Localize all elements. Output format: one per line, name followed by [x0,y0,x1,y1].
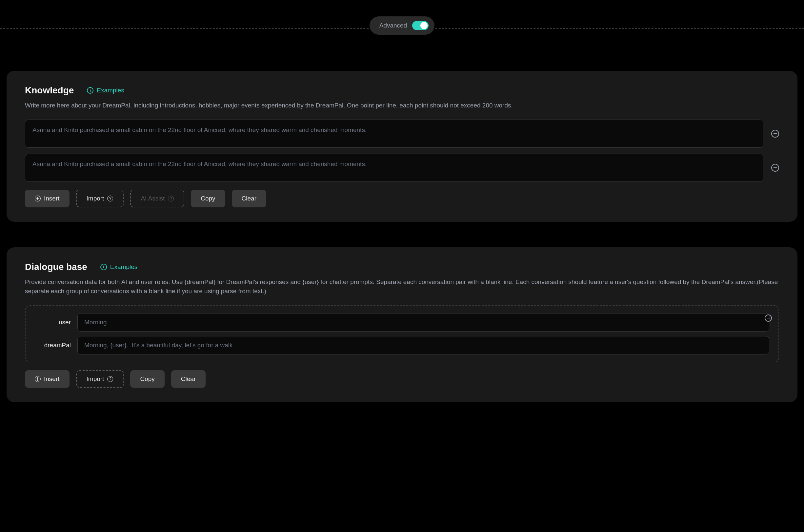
info-icon: i [87,87,93,94]
dialogue-insert-button[interactable]: Insert [25,370,70,388]
dialogue-copy-button[interactable]: Copy [130,370,164,388]
examples-label: Examples [110,263,138,271]
knowledge-button-row: Insert Import ? AI Assist ? Copy Clear [25,190,779,207]
knowledge-copy-button[interactable]: Copy [191,190,225,207]
help-circle-icon: ? [107,195,113,202]
clear-label: Clear [181,375,196,383]
toggle-knob [420,22,427,29]
dreampal-role-label: dreamPal [35,342,71,349]
remove-knowledge-item-button[interactable] [771,130,779,138]
dialogue-pair-container: user dreamPal [25,305,779,362]
knowledge-input-row [25,119,779,148]
remove-dialogue-pair-button[interactable] [765,315,772,322]
plus-circle-icon [35,376,41,382]
knowledge-input-0[interactable] [25,119,763,148]
help-circle-icon: ? [107,376,113,382]
advanced-toggle-pill: Advanced [369,16,435,35]
dialogue-user-input[interactable] [77,313,769,331]
knowledge-header: Knowledge i Examples [25,85,779,96]
ai-assist-label: AI Assist [141,195,165,202]
insert-label: Insert [44,195,60,202]
copy-label: Copy [201,195,215,202]
dialogue-examples-link[interactable]: i Examples [100,263,138,271]
dialogue-header: Dialogue base i Examples [25,262,779,272]
help-circle-icon: ? [168,195,174,202]
dialogue-user-row: user [35,313,769,331]
knowledge-input-1[interactable] [25,154,763,182]
remove-knowledge-item-button[interactable] [771,164,779,172]
info-icon: i [100,264,107,270]
advanced-toggle-container: Advanced [6,16,798,35]
knowledge-import-button[interactable]: Import ? [76,190,124,207]
dialogue-import-button[interactable]: Import ? [76,370,124,388]
copy-label: Copy [140,375,154,383]
knowledge-insert-button[interactable]: Insert [25,190,70,207]
knowledge-clear-button[interactable]: Clear [232,190,266,207]
knowledge-input-row [25,154,779,182]
knowledge-ai-assist-button[interactable]: AI Assist ? [130,190,184,207]
dialogue-button-row: Insert Import ? Copy Clear [25,370,779,388]
dialogue-dreampal-input[interactable] [77,336,769,355]
dialogue-title: Dialogue base [25,262,87,272]
dialogue-description: Provide conversation data for both AI an… [25,278,779,296]
user-role-label: user [35,319,71,326]
dialogue-card: Dialogue base i Examples Provide convers… [6,247,798,402]
knowledge-title: Knowledge [25,85,74,96]
import-label: Import [87,195,104,202]
examples-label: Examples [97,87,124,94]
advanced-toggle-switch[interactable] [412,21,428,30]
knowledge-examples-link[interactable]: i Examples [87,87,124,94]
advanced-toggle-label: Advanced [379,22,407,29]
dialogue-dreampal-row: dreamPal [35,336,769,355]
insert-label: Insert [44,375,60,383]
knowledge-card: Knowledge i Examples Write more here abo… [6,71,798,222]
dialogue-clear-button[interactable]: Clear [171,370,206,388]
knowledge-description: Write more here about your DreamPal, inc… [25,101,779,110]
import-label: Import [87,375,104,383]
plus-circle-icon [35,195,41,202]
clear-label: Clear [242,195,256,202]
